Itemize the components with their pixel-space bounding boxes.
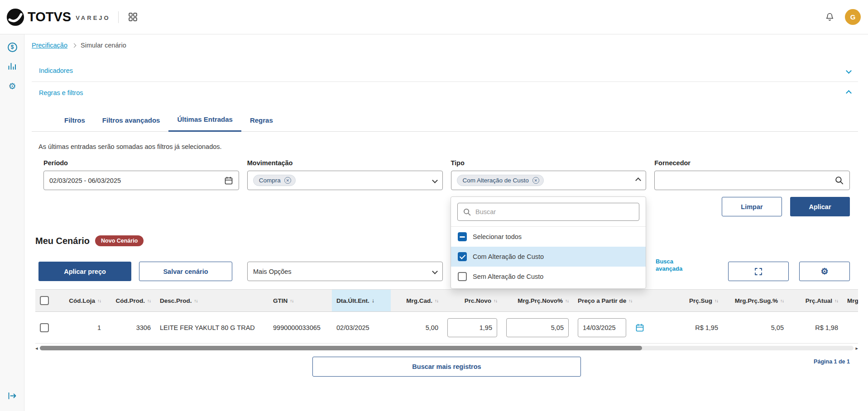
column-header-prc-sug[interactable]: Prç.Sug↑↓ [657,290,723,311]
periodo-input[interactable] [49,177,221,184]
sort-icon[interactable]: ↑↓ [97,298,101,303]
sidebar-expand-icon[interactable] [0,387,24,405]
panel-regras-label: Regras e filtros [39,89,83,96]
sort-icon[interactable]: ↑↓ [780,298,784,303]
column-header-mrg-prc-sug[interactable]: Mrg.Prç.Sug.%↑↓ [723,290,788,311]
scrollbar-track[interactable] [40,346,854,350]
load-more-button[interactable]: Buscar mais registros [312,357,581,377]
dropdown-option-selecionar-todos[interactable]: Selecionar todos [451,227,646,247]
sort-icon[interactable]: ↓ [372,297,374,304]
field-periodo-label: Período [43,159,239,167]
scroll-left-arrow-icon[interactable]: ◂ [35,346,38,351]
salvar-cenario-button[interactable]: Salvar cenário [139,262,232,281]
gear-icon: ⚙ [820,266,828,277]
scroll-right-arrow-icon[interactable]: ▸ [855,346,858,351]
checkbox-checked-icon[interactable] [458,252,467,261]
sort-icon[interactable]: ↑↓ [494,298,497,303]
breadcrumb-parent-link[interactable]: Precificação [32,42,67,49]
movimentacao-select[interactable]: Compra [247,171,443,190]
column-label: Cód.Loja [69,297,95,304]
cell-cod-loja: 1 [53,312,106,343]
sort-icon[interactable]: ↑↓ [194,298,198,303]
calendar-icon[interactable] [224,176,233,185]
cell-input-prc-novo[interactable] [447,318,497,337]
chevron-down-icon[interactable] [432,177,438,183]
select-all-checkbox[interactable] [40,296,49,305]
column-header-prc-novo[interactable]: Prc.Novo↑↓ [443,290,502,311]
chevron-down-icon[interactable] [432,268,438,274]
sort-icon[interactable]: ↑↓ [147,298,151,303]
table-row[interactable]: 13306LEITE FER YAKULT 80 G TRAD999000003… [35,312,858,344]
limpar-button[interactable]: Limpar [722,197,782,216]
dropdown-option-com-alteracao-de-custo[interactable]: Com Alteração de Custo [451,247,646,267]
tab-filtros[interactable]: Filtros [56,108,94,132]
tab-strip: FiltrosFiltros avançadosÚltimas Entradas… [56,108,282,132]
column-header-cod-prod[interactable]: Cód.Prod.↑↓ [106,290,155,311]
fullscreen-button[interactable] [728,262,789,281]
aplicar-preco-button[interactable]: Aplicar preço [38,262,131,281]
column-label: Dta.Últ.Ent. [336,297,369,304]
field-movimentacao-label: Movimentação [247,159,443,167]
sort-icon[interactable]: ↑↓ [628,298,632,303]
fornecedor-input-box[interactable] [654,171,850,190]
checkbox-indeterminate-icon[interactable] [458,232,467,241]
filters-note: As últimas entradas serão somadas aos fi… [38,143,222,150]
scrollbar-thumb[interactable] [40,346,642,350]
chevron-down-icon[interactable] [846,68,852,74]
remove-tag-icon[interactable] [284,177,291,184]
sort-icon[interactable]: ↑↓ [435,298,438,303]
panel-indicadores-label: Indicadores [39,67,73,74]
sort-icon[interactable]: ↑↓ [565,298,569,303]
tag-com-alteracao: Com Alteração de Custo [457,175,544,186]
bell-icon[interactable] [825,12,835,22]
row-checkbox-cell [35,323,53,332]
aplicar-button[interactable]: Aplicar [790,197,850,216]
cell-date-input[interactable] [578,318,626,337]
dropdown-option-sem-alteracao-de-custo[interactable]: Sem Alteração de Custo [451,267,646,287]
sort-icon[interactable]: ↑↓ [715,298,718,303]
dropdown-search-box[interactable] [457,203,639,221]
panel-regras-filtros[interactable]: Regras e filtros [39,82,851,104]
settings-gear-icon[interactable]: ⚙ [0,77,24,95]
dropdown-option-label: Selecionar todos [473,233,522,240]
busca-avancada-link[interactable]: Busca avançada [656,258,688,272]
column-label: Mrg.Cad. [406,297,432,304]
calendar-icon[interactable] [635,323,644,332]
column-header-mrg-prc-novo[interactable]: Mrg.Prç.Novo%↑↓ [502,290,573,311]
chevron-up-icon[interactable] [846,90,852,96]
panel-indicadores[interactable]: Indicadores [39,60,851,81]
fornecedor-input[interactable] [660,177,831,184]
sort-icon[interactable]: ↑↓ [290,298,293,303]
cell-mrg-prc-novo [502,312,573,343]
tab-ultimas-entradas[interactable]: Últimas Entradas [168,108,241,132]
table-settings-button[interactable]: ⚙ [799,262,850,281]
row-checkbox[interactable] [40,323,49,332]
cell-gtin: 9990000033065 [269,312,332,343]
tab-filtros-avancados[interactable]: Filtros avançados [94,108,169,132]
dropdown-search-input[interactable] [475,208,634,215]
bar-chart-icon[interactable] [0,57,24,75]
periodo-input-box[interactable] [43,171,239,190]
mais-opcoes-select[interactable]: Mais Opções [247,262,443,281]
topbar-right: G [825,9,861,25]
search-icon[interactable] [834,176,844,185]
cell-input-mrg-prc-novo[interactable] [506,318,569,337]
checkbox-unchecked-icon[interactable] [458,272,467,281]
sort-icon[interactable]: ↑↓ [834,298,838,303]
tipo-select[interactable]: Com Alteração de Custo [451,171,647,190]
column-header-gtin[interactable]: GTIN↑↓ [269,290,332,311]
column-header-preco-a-partir-de[interactable]: Preço a Partir de↑↓ [573,290,657,311]
remove-tag-icon[interactable] [532,177,539,184]
column-header-cod-loja[interactable]: Cód.Loja↑↓ [53,290,106,311]
avatar[interactable]: G [845,9,861,25]
column-header-desc-prod[interactable]: Desc.Prod.↑↓ [155,290,269,311]
column-header-mrg-cad[interactable]: Mrg.Cad.↑↓ [391,290,443,311]
pricing-money-icon[interactable]: $ [0,38,24,56]
tab-regras[interactable]: Regras [241,108,282,132]
apps-grid-icon[interactable] [126,10,140,24]
column-header-dta-ult-ent[interactable]: Dta.Últ.Ent.↓ [332,290,391,311]
column-header-prc-atual[interactable]: Prç.Atual↑↓ [788,290,843,311]
chevron-up-icon[interactable] [635,177,641,183]
cell-prc-novo [443,312,502,343]
column-header-mrg[interactable]: Mrg↑↓ [843,290,858,311]
